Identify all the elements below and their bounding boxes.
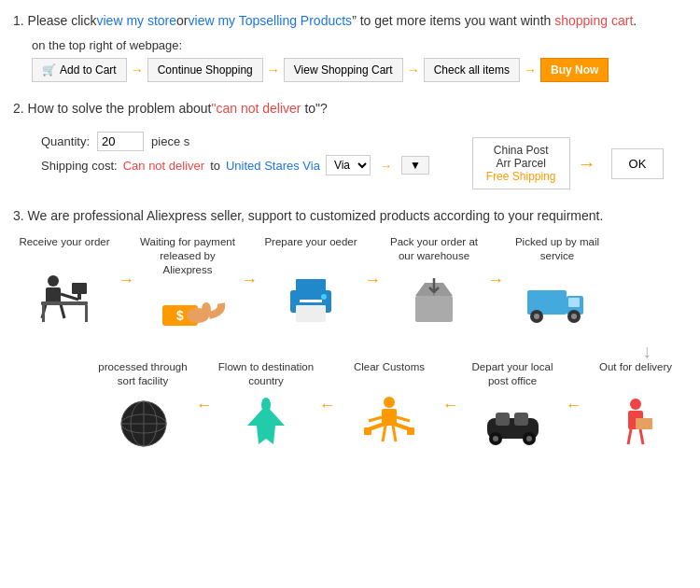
link-shopping-cart[interactable]: shopping cart: [554, 13, 633, 28]
check-items-label: Check all items: [434, 63, 510, 77]
expand-button[interactable]: ▼: [401, 156, 429, 175]
flow-chart: Receive your order: [13, 235, 687, 452]
flow-label-customs: Clear Customs: [354, 360, 425, 390]
continue-shopping-button[interactable]: Continue Shopping: [147, 58, 263, 82]
svg-rect-16: [296, 305, 326, 322]
qty-label: Quantity:: [41, 134, 90, 148]
section-2-title: 2. How to solve the problem about"can no…: [13, 99, 687, 119]
arrow-r2-2: →: [442, 360, 459, 415]
section-2-text2: to"?: [301, 101, 328, 116]
svg-rect-19: [415, 296, 453, 322]
svg-rect-49: [407, 427, 414, 435]
qty-unit: piece s: [151, 134, 189, 148]
flow-label-outdelivery: Out for delivery: [599, 360, 672, 390]
svg-point-40: [384, 397, 395, 408]
arrow-r1-1: →: [118, 235, 134, 290]
check-items-button[interactable]: Check all items: [424, 58, 520, 82]
section-3-title: 3. We are professional Aliexpress seller…: [13, 206, 687, 226]
flow-icon-pickup: [525, 271, 590, 327]
can-not-deliver-text: "can not deliver: [211, 101, 301, 116]
svg-line-32: [640, 429, 643, 444]
svg-line-43: [397, 417, 410, 421]
flow-icon-prepare: [278, 271, 343, 327]
flow-item-receive: Receive your order: [13, 235, 116, 327]
svg-text:$: $: [176, 308, 184, 323]
text-dot: .: [633, 13, 637, 28]
flow-row-2: Out for delivery →: [13, 360, 687, 452]
arrow-1: →: [131, 63, 144, 77]
ok-button[interactable]: OK: [611, 148, 665, 179]
svg-line-31: [628, 429, 631, 444]
continue-shopping-label: Continue Shopping: [158, 63, 253, 77]
flow-icon-depart: [480, 396, 545, 452]
svg-point-0: [48, 275, 59, 287]
section-1-sub: on the top right of webpage: 🛒 Add to Ca…: [13, 38, 687, 82]
ship-info-line1: China Post: [486, 144, 556, 157]
ship-ok-arrow: →: [578, 153, 596, 175]
flow-item-sort: processed through sort facility: [91, 360, 194, 452]
free-shipping: Free Shipping: [486, 170, 556, 183]
flow-label-depart: Depart your local post office: [461, 360, 564, 390]
ship-dest: United Stares Via: [226, 159, 320, 173]
ship-info-line2: Arr Parcel: [486, 157, 556, 170]
svg-rect-8: [72, 283, 87, 294]
svg-rect-15: [296, 279, 326, 292]
add-to-cart-button[interactable]: 🛒 Add to Cart: [32, 58, 127, 82]
flow-label-payment: Waiting for payment released by Aliexpre…: [136, 235, 239, 277]
text-3: ” to get more items you want winth: [352, 13, 554, 28]
svg-rect-23: [568, 298, 580, 307]
ship-row: Shipping cost: Can not deliver to United…: [41, 155, 429, 175]
flow-icon-sort: [110, 396, 175, 452]
buy-now-button[interactable]: Buy Now: [540, 58, 609, 82]
svg-rect-5: [42, 305, 45, 322]
svg-line-3: [61, 304, 64, 318]
svg-rect-35: [514, 413, 528, 426]
flow-label-pickup: Picked up by mail service: [506, 235, 609, 265]
flow-row-1: Receive your order: [13, 235, 687, 339]
ship-label: Shipping cost:: [41, 159, 118, 173]
flow-icon-outdelivery: [603, 396, 668, 452]
ship-warning: Can not deliver: [123, 159, 204, 173]
view-cart-label: View Shopping Cart: [294, 63, 393, 77]
section-2: 2. How to solve the problem about"can no…: [13, 99, 687, 189]
section-1-title: 1. Please clickview my storeorview my To…: [13, 11, 687, 31]
flow-icon-receive: [32, 271, 97, 327]
sub-text: on the top right of webpage:: [32, 38, 687, 52]
shipping-dropdown[interactable]: Via: [326, 155, 371, 175]
arrow-r2-4: →: [196, 360, 213, 415]
link-view-store[interactable]: view my store: [96, 13, 176, 28]
link-topselling[interactable]: view my Topselling Products: [189, 13, 353, 28]
svg-line-45: [393, 426, 396, 441]
flow-item-payment: Waiting for payment released by Aliexpre…: [136, 235, 239, 339]
svg-line-7: [61, 294, 78, 300]
view-cart-button[interactable]: View Shopping Cart: [284, 58, 403, 82]
flow-item-flown: Flown to destination country: [215, 360, 317, 452]
flow-item-pickup: Picked up by mail service: [506, 235, 609, 327]
flow-label-sort: processed through sort facility: [91, 360, 194, 390]
section-3: 3. We are professional Aliexpress seller…: [13, 206, 687, 452]
qty-input[interactable]: [97, 132, 144, 151]
arrow-r2-3: →: [319, 360, 336, 415]
arrow-r1-2: →: [241, 235, 258, 290]
arrow-2: →: [267, 63, 280, 77]
flow-item-pack: Pack your order at our warehouse: [383, 235, 485, 327]
section-2-form: Quantity: piece s Shipping cost: Can not…: [13, 126, 429, 175]
arrow-4: →: [524, 63, 537, 77]
svg-point-27: [571, 314, 577, 319]
svg-line-42: [369, 417, 382, 421]
svg-rect-9: [77, 294, 81, 300]
arrow-r2-1: →: [566, 360, 582, 415]
svg-point-37: [493, 436, 498, 441]
svg-rect-17: [300, 300, 322, 302]
arrow-r1-4: →: [487, 235, 504, 290]
arrow-3: →: [407, 63, 420, 77]
flow-label-flown: Flown to destination country: [215, 360, 317, 390]
ship-to: to: [210, 159, 220, 173]
svg-point-25: [534, 314, 539, 319]
flow-item-prepare: Prepare your oeder: [259, 235, 362, 327]
qty-row: Quantity: piece s: [41, 132, 429, 151]
cart-icon: 🛒: [42, 63, 56, 77]
flow-icon-customs: [357, 396, 422, 452]
section-2-text: 2. How to solve the problem about: [13, 101, 211, 116]
buy-now-label: Buy Now: [551, 63, 598, 77]
